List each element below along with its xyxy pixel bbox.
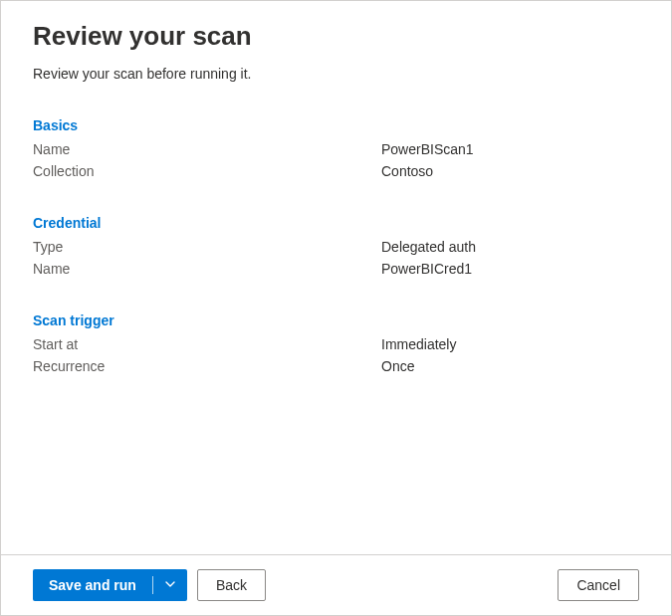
value-credential-type: Delegated auth bbox=[381, 239, 476, 255]
row-scan-trigger-start: Start at Immediately bbox=[33, 336, 639, 352]
label-basics-collection: Collection bbox=[33, 163, 381, 179]
panel-footer: Save and run Back Cancel bbox=[1, 554, 671, 615]
label-credential-name: Name bbox=[33, 261, 381, 277]
label-credential-type: Type bbox=[33, 239, 381, 255]
section-credential: Credential Type Delegated auth Name Powe… bbox=[33, 215, 639, 277]
review-scan-panel: Review your scan Review your scan before… bbox=[0, 0, 672, 616]
row-basics-collection: Collection Contoso bbox=[33, 163, 639, 179]
value-basics-collection: Contoso bbox=[381, 163, 433, 179]
label-scan-trigger-start: Start at bbox=[33, 336, 381, 352]
page-title: Review your scan bbox=[33, 21, 639, 52]
section-heading-scan-trigger: Scan trigger bbox=[33, 312, 639, 328]
row-credential-name: Name PowerBICred1 bbox=[33, 261, 639, 277]
row-scan-trigger-recurrence: Recurrence Once bbox=[33, 358, 639, 374]
value-credential-name: PowerBICred1 bbox=[381, 261, 472, 277]
back-button[interactable]: Back bbox=[197, 569, 266, 601]
label-basics-name: Name bbox=[33, 141, 381, 157]
label-scan-trigger-recurrence: Recurrence bbox=[33, 358, 381, 374]
save-and-run-menu-button[interactable] bbox=[153, 569, 187, 601]
row-credential-type: Type Delegated auth bbox=[33, 239, 639, 255]
chevron-down-icon bbox=[164, 577, 176, 593]
panel-content: Review your scan Review your scan before… bbox=[1, 1, 671, 554]
value-basics-name: PowerBIScan1 bbox=[381, 141, 474, 157]
section-heading-credential: Credential bbox=[33, 215, 639, 231]
page-subtitle: Review your scan before running it. bbox=[33, 66, 639, 82]
value-scan-trigger-recurrence: Once bbox=[381, 358, 414, 374]
value-scan-trigger-start: Immediately bbox=[381, 336, 456, 352]
row-basics-name: Name PowerBIScan1 bbox=[33, 141, 639, 157]
save-and-run-button[interactable]: Save and run bbox=[33, 569, 152, 601]
section-heading-basics: Basics bbox=[33, 117, 639, 133]
section-scan-trigger: Scan trigger Start at Immediately Recurr… bbox=[33, 312, 639, 374]
section-basics: Basics Name PowerBIScan1 Collection Cont… bbox=[33, 117, 639, 179]
cancel-button[interactable]: Cancel bbox=[558, 569, 639, 601]
save-and-run-split-button: Save and run bbox=[33, 569, 187, 601]
